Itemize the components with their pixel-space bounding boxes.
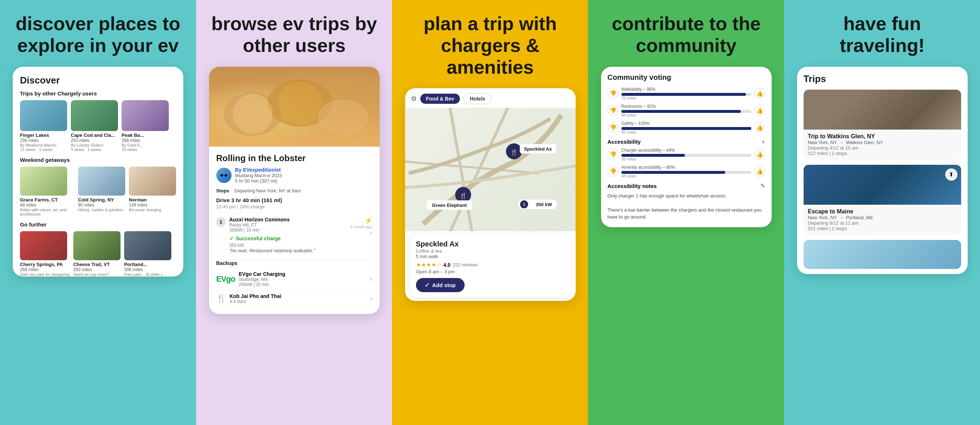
vote-bar-charger-access: Charger accessibility – 49% 35 votes [621, 148, 751, 161]
further-desc-3: Free park... St while c... [124, 272, 171, 277]
vote-down-restrooms[interactable]: 👎 [608, 105, 619, 116]
further-item-3[interactable]: Portland... 306 miles Free park... St wh… [124, 231, 171, 277]
backups-label: Backups [216, 260, 372, 266]
trip-avatar: 🕶️ [216, 168, 232, 183]
stops-label: Stops [216, 188, 229, 193]
further-item-1[interactable]: Cherry Springs, PA 268 miles Dark sky pa… [20, 231, 70, 277]
check-row: ✓ Successful charge [229, 236, 347, 241]
check-kw: 350 kW [229, 243, 347, 248]
trip-views-1: 12 views 3 saves [20, 147, 67, 152]
stars-icon: ★★★★☆ [416, 261, 441, 268]
vote-walkability: 👎 Walkability – 96% 70 votes 👍 [608, 87, 765, 100]
vote-charger-access: 👎 Charger accessibility – 49% 35 votes 👍 [608, 148, 765, 161]
further-desc-1: Dark sky park for stargazing [20, 272, 70, 277]
svg-text:Green Elephant: Green Elephant [431, 202, 467, 208]
vote-fill-restrooms [621, 110, 741, 113]
trip-item-1[interactable]: Trip to Watkins Glen, NY New York, NY → … [803, 90, 961, 160]
trip-info-2: Escape to Maine New York, NY → Portland,… [803, 205, 961, 235]
vote-up-walkability[interactable]: 👍 [754, 88, 765, 99]
vote-bar-amenity-access: Amenity accessibility – 80% 48 votes [621, 165, 751, 178]
weekend-desc-3: Art muse charging [129, 208, 176, 212]
trip-from-2: New York, NY [808, 215, 837, 220]
place-stars: ★★★★☆ 4.0 252 reviews [416, 261, 565, 268]
trip-thumb-1[interactable]: Finger Lakes 256 miles By Weekend Warrio… [20, 100, 67, 152]
vote-down-walkability[interactable]: 👎 [608, 88, 619, 99]
further-desc-2: Need we say more? [73, 272, 121, 277]
section-weekend-label: Weekend getaways [20, 157, 176, 163]
further-name-1: Cherry Springs, PA [20, 262, 70, 267]
trip-item-2[interactable]: ⬆ Escape to Maine New York, NY → Portlan… [803, 165, 961, 235]
place-type: Coffee & tea [416, 248, 565, 254]
food-icon: 🍴 [216, 294, 226, 303]
vote-bar-restrooms: Restrooms – 92% 98 votes [621, 104, 751, 117]
evgo-arrow: › [370, 275, 372, 283]
stops-desc: Departing New York, NY at 9am [234, 188, 301, 193]
filter-icon[interactable]: ⚙ [411, 95, 417, 103]
vote-count-charger-access: 35 votes [621, 157, 751, 161]
weekend-miles-1: 48 miles [20, 202, 75, 208]
filter-bar: ⚙ Food & Bev Hotels [405, 88, 576, 108]
vote-up-restrooms[interactable]: 👍 [754, 105, 765, 116]
vote-down-safety[interactable]: 👎 [608, 122, 619, 133]
food-bev-chip[interactable]: Food & Bev [420, 94, 460, 104]
vote-bg-restrooms [621, 110, 751, 113]
drive-row: Drive 3 hr 40 min (161 ml) [216, 197, 372, 203]
vote-label-safety: Safety – 100% [621, 121, 751, 126]
plan-card: ⚙ Food & Bev Hotels 🍴 Speckled Ax [405, 88, 576, 301]
trip-item-3[interactable] [803, 240, 961, 269]
stop-num-1: 1 [216, 217, 226, 227]
trip-arrow-icon-1: → [839, 140, 844, 145]
check-label: Successful charge [236, 236, 281, 241]
weekend-item-2[interactable]: Cold Spring, NY 90 miles Hiking, castles… [78, 167, 125, 216]
trip-meta-1: 512 miles | 2 stops [808, 151, 957, 156]
trip-by-name[interactable]: By EVexpeditionist [235, 167, 282, 173]
add-stop-label: Add stop [432, 282, 456, 288]
further-miles-2: 293 miles [73, 267, 121, 272]
community-card-body: Community voting 👎 Walkability – 96% 70 … [601, 67, 772, 227]
vote-up-amenity-access[interactable]: 👍 [754, 166, 765, 177]
further-miles-3: 306 miles [124, 267, 171, 272]
further-img-1 [20, 231, 67, 260]
trip-meta-2: 311 miles | 2 stops [808, 226, 957, 231]
trip-thumb-3[interactable]: Peak Ba... 358 miles By Cant R... 10 vie… [122, 100, 169, 152]
vote-up-safety[interactable]: 👍 [754, 122, 765, 133]
stop-name-1: Auxxi Horizon Commons [229, 216, 347, 223]
svg-text:🍴: 🍴 [460, 193, 467, 199]
vote-fill-charger-access [621, 154, 685, 157]
stop2-arrow: › [370, 295, 372, 302]
trip-name-1: Finger Lakes [20, 132, 67, 138]
community-title: Community voting [608, 73, 765, 82]
trips-card: Trips Trip to Watkins Glen, NY New York,… [797, 67, 968, 274]
add-stop-button[interactable]: ✓ Add stop [416, 278, 465, 292]
weekend-miles-3: 139 miles [129, 202, 176, 208]
weekend-item-1[interactable]: Grace Farms, CT 48 miles Relax with natu… [20, 167, 75, 216]
weekend-name-1: Grace Farms, CT [20, 197, 75, 202]
stop2-name: Kob Jai Pho and Thai [230, 293, 367, 299]
further-item-2[interactable]: Cheese Trail, VT 293 miles Need we say m… [73, 231, 121, 277]
vote-fill-safety [621, 127, 751, 130]
share-button[interactable]: ⬆ [945, 169, 958, 181]
rating-num: 4.0 [444, 262, 450, 268]
weekend-name-2: Cold Spring, NY [78, 197, 125, 202]
edit-icon[interactable]: ✎ [760, 183, 765, 189]
notes-header: Accessibility notes ✎ [608, 183, 765, 189]
vote-up-charger-access[interactable]: 👍 [754, 149, 765, 160]
accessibility-toggle[interactable]: ∧ [762, 139, 765, 145]
fun-heading: have fun traveling! [784, 0, 980, 67]
evgo-name: EVgo Car Charging [239, 271, 367, 277]
svg-text:Speckled Ax: Speckled Ax [524, 146, 552, 152]
map-area[interactable]: 🍴 Speckled Ax 🍴 Green Elephant 1 350 kW [405, 108, 576, 231]
vote-label-restrooms: Restrooms – 92% [621, 104, 751, 109]
vote-down-charger-access[interactable]: 👎 [608, 149, 619, 160]
weekend-desc-1: Relax with nature, art, and architecture [20, 208, 75, 216]
further-name-2: Cheese Trail, VT [73, 262, 121, 267]
place-name: Speckled Ax [416, 240, 565, 248]
hotels-chip[interactable]: Hotels [463, 93, 492, 104]
weekend-item-3[interactable]: Norman 139 miles Art muse charging [129, 167, 176, 216]
vote-bg-safety [621, 127, 751, 130]
trip-by-2: By Lobster Rollers [71, 143, 118, 147]
discover-title: Discover [20, 75, 176, 86]
vote-down-amenity-access[interactable]: 👎 [608, 166, 619, 177]
review-count: 252 reviews [453, 262, 478, 267]
trip-thumb-2[interactable]: Cape Cod and Cla... 253 miles By Lobster… [71, 100, 118, 152]
